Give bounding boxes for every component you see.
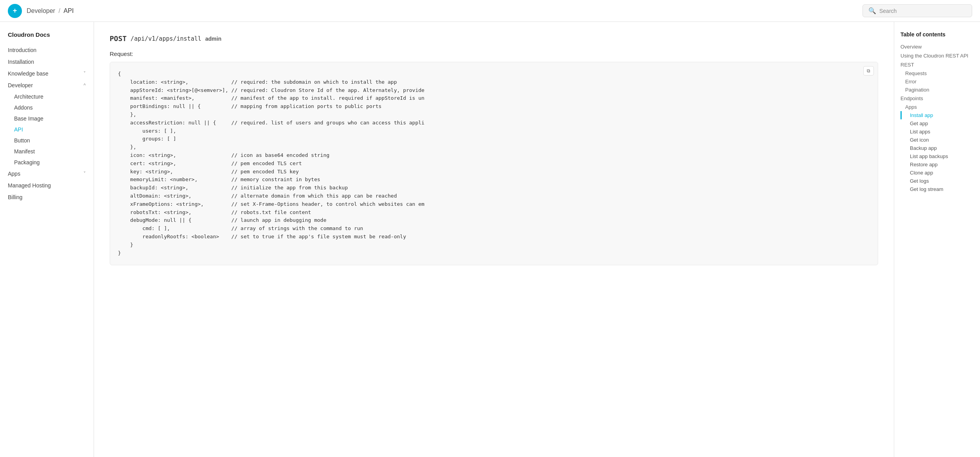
search-placeholder: Search	[879, 8, 897, 14]
sidebar-item-introduction[interactable]: Introduction	[0, 44, 94, 56]
toc-item-using-api[interactable]: Using the Cloudron REST API	[900, 51, 974, 60]
breadcrumb-sep: /	[58, 7, 60, 14]
sidebar-item-button[interactable]: Button	[0, 135, 94, 146]
toc: Table of contents Overview Using the Clo…	[894, 22, 980, 457]
sidebar-item-developer[interactable]: Developer ^	[0, 79, 94, 91]
header: + Developer / API 🔍 Search	[0, 0, 980, 22]
toc-item-list-app-backups[interactable]: List app backups	[900, 152, 974, 160]
chevron-down-icon: ˅	[83, 171, 86, 176]
search-box[interactable]: 🔍 Search	[862, 4, 972, 17]
sidebar-item-packaging[interactable]: Packaging	[0, 157, 94, 168]
toc-item-get-app[interactable]: Get app	[900, 119, 974, 128]
endpoint-title: POST /api/v1/apps/install admin	[110, 34, 878, 43]
toc-item-list-apps[interactable]: List apps	[900, 128, 974, 136]
layout: Cloudron Docs Introduction Installation …	[0, 22, 980, 457]
chevron-down-icon: ˅	[83, 71, 86, 76]
toc-title: Table of contents	[900, 31, 974, 38]
sidebar-brand: Cloudron Docs	[0, 31, 94, 44]
toc-item-clone-app[interactable]: Clone app	[900, 169, 974, 177]
logo[interactable]: +	[8, 4, 22, 18]
breadcrumb-current: API	[63, 7, 74, 14]
sidebar: Cloudron Docs Introduction Installation …	[0, 22, 94, 457]
toc-item-rest[interactable]: REST	[900, 60, 974, 69]
toc-item-requests[interactable]: Requests	[900, 69, 974, 77]
toc-item-endpoints[interactable]: Endpoints	[900, 94, 974, 103]
sidebar-item-billing[interactable]: Billing	[0, 191, 94, 203]
toc-item-pagination[interactable]: Pagination	[900, 86, 974, 94]
toc-item-overview[interactable]: Overview	[900, 42, 974, 51]
sidebar-item-addons[interactable]: Addons	[0, 102, 94, 113]
section-label: Request:	[110, 50, 878, 57]
toc-item-backup-app[interactable]: Backup app	[900, 144, 974, 152]
sidebar-item-knowledge-base[interactable]: Knowledge base ˅	[0, 68, 94, 79]
sidebar-item-base-image[interactable]: Base Image	[0, 113, 94, 124]
toc-item-install-app[interactable]: Install app	[900, 111, 974, 119]
endpoint-badge: admin	[205, 36, 221, 42]
sidebar-item-api[interactable]: API	[0, 124, 94, 135]
header-left: + Developer / API	[8, 4, 74, 18]
toc-item-get-icon[interactable]: Get icon	[900, 136, 974, 144]
sidebar-item-manifest[interactable]: Manifest	[0, 146, 94, 157]
main-content: POST /api/v1/apps/install admin Request:…	[94, 22, 894, 457]
toc-item-restore-app[interactable]: Restore app	[900, 160, 974, 169]
search-icon: 🔍	[868, 7, 876, 14]
endpoint-method: POST	[110, 34, 127, 43]
chevron-up-icon: ^	[83, 83, 86, 88]
endpoint-path: /api/v1/apps/install	[130, 35, 201, 42]
sidebar-item-managed-hosting[interactable]: Managed Hosting	[0, 180, 94, 191]
toc-item-error[interactable]: Error	[900, 77, 974, 86]
copy-button[interactable]: ⧉	[863, 66, 874, 76]
sidebar-item-apps[interactable]: Apps ˅	[0, 168, 94, 180]
sidebar-item-architecture[interactable]: Architecture	[0, 91, 94, 102]
code-block: ⧉ { location: <string>, // required: the…	[110, 62, 878, 265]
toc-item-get-logs[interactable]: Get logs	[900, 177, 974, 185]
sidebar-item-installation[interactable]: Installation	[0, 56, 94, 68]
breadcrumb-base[interactable]: Developer	[27, 7, 55, 14]
toc-item-apps-section[interactable]: Apps	[900, 103, 974, 111]
breadcrumb: Developer / API	[27, 7, 74, 14]
code-content: { location: <string>, // required: the s…	[118, 70, 870, 257]
toc-item-get-log-stream[interactable]: Get log stream	[900, 185, 974, 193]
